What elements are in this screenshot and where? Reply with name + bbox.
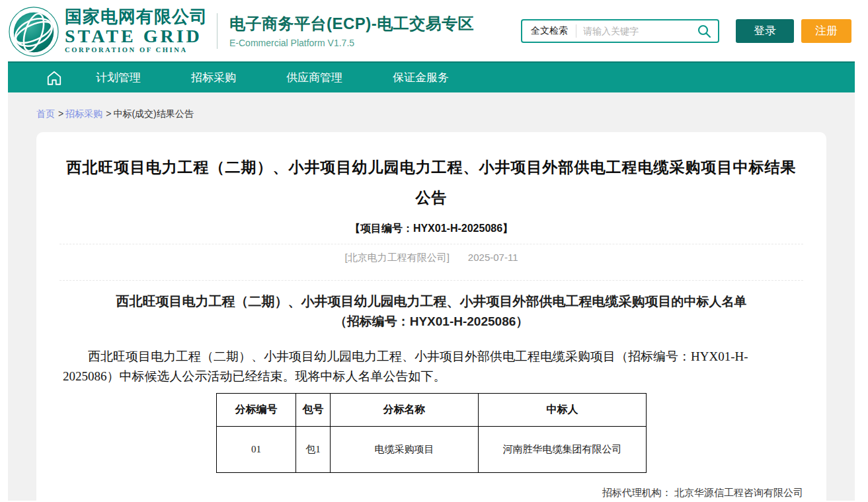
page: 国家电网有限公司 STATE GRID CORPORATION OF CHINA…: [0, 0, 868, 502]
breadcrumb-link-0[interactable]: 首页: [36, 108, 55, 119]
header-divider: [217, 13, 217, 49]
nav-items: 计划管理招标采购供应商管理保证金服务: [96, 70, 499, 85]
home-icon[interactable]: [36, 69, 73, 87]
content-area: 首页>招标采购>中标(成交)结果公告 西北旺项目电力工程（二期）、小井项目幼儿园…: [8, 92, 855, 501]
announcement-title: 西北旺项目电力工程（二期）、小井项目幼儿园电力工程、小井项目外部供电工程电缆采购…: [65, 152, 797, 213]
search-scope-label: 全文检索: [522, 25, 568, 37]
nav-item-3[interactable]: 保证金服务: [393, 70, 449, 85]
footer-info: 招标代理机构： 北京华源信工程咨询有限公司 招标人： 北京电力工程有限公司: [602, 484, 803, 502]
breadcrumb: 首页>招标采购>中标(成交)结果公告: [36, 107, 855, 120]
search-input[interactable]: [583, 26, 697, 36]
winner-list-subtitle: 西北旺项目电力工程（二期）、小井项目幼儿园电力工程、小井项目外部供电工程电缆采购…: [36, 292, 826, 331]
company-name-en: STATE GRID: [65, 26, 208, 46]
top-header: 国家电网有限公司 STATE GRID CORPORATION OF CHINA…: [8, 0, 855, 61]
search-box: 全文检索: [521, 19, 719, 43]
winner-table: 分标编号包号分标名称中标人01包1电缆采购项目河南胜华电缆集团有限公司: [216, 393, 647, 473]
publisher: [北京电力工程有限公司]: [345, 252, 450, 263]
subtitle-winner-label: 的中标人名单: [672, 295, 747, 308]
state-grid-logo-globe-icon: [8, 6, 59, 57]
subtitle-bid-number: （招标编号：HYX01-H-2025086）: [36, 312, 826, 331]
dashed-divider: [59, 280, 803, 281]
table-cell: 包1: [296, 427, 331, 473]
agency-line: 招标代理机构： 北京华源信工程咨询有限公司: [602, 484, 803, 501]
table-cell: 电缆采购项目: [331, 427, 479, 473]
announcement-body: 西北旺项目电力工程（二期）、小井项目幼儿园电力工程、小井项目外部供电工程电缆采购…: [63, 347, 803, 386]
agency-value: 北京华源信工程咨询有限公司: [674, 487, 803, 498]
publish-meta: [北京电力工程有限公司]2025-07-11: [36, 244, 826, 272]
company-name-en-sub: CORPORATION OF CHINA: [65, 46, 208, 54]
agency-label: 招标代理机构：: [602, 487, 672, 498]
login-button[interactable]: 登录: [736, 19, 794, 43]
breadcrumb-current: 中标(成交)结果公告: [113, 108, 193, 119]
table-cell: 河南胜华电缆集团有限公司: [479, 427, 647, 473]
breadcrumb-separator: >: [106, 108, 111, 119]
platform-subtitle: E-Commercial Platform V1.7.5: [229, 38, 474, 48]
table-header-cell: 分标名称: [331, 394, 479, 427]
announcement-card: 西北旺项目电力工程（二期）、小井项目幼儿园电力工程、小井项目外部供电工程电缆采购…: [36, 132, 826, 502]
table-header-cell: 包号: [296, 394, 331, 427]
platform-title: 电子商务平台(ECP)-电工交易专区: [229, 13, 474, 34]
search-icon[interactable]: [697, 24, 711, 38]
platform-block: 电子商务平台(ECP)-电工交易专区 E-Commercial Platform…: [229, 13, 474, 48]
nav-item-0[interactable]: 计划管理: [96, 70, 141, 85]
nav-item-1[interactable]: 招标采购: [191, 70, 236, 85]
register-button[interactable]: 注册: [801, 19, 851, 43]
company-name-cn: 国家电网有限公司: [65, 8, 208, 26]
subtitle-project-names: 西北旺项目电力工程（二期）、小井项目幼儿园电力工程、小井项目外部供电工程电缆采购…: [116, 294, 672, 308]
breadcrumb-separator: >: [58, 108, 63, 119]
breadcrumb-link-1[interactable]: 招标采购: [65, 108, 102, 119]
table-cell: 01: [217, 427, 296, 473]
table-header-cell: 分标编号: [217, 394, 296, 427]
publish-date: 2025-07-11: [468, 252, 518, 263]
table-row: 01包1电缆采购项目河南胜华电缆集团有限公司: [217, 427, 647, 473]
table-header-cell: 中标人: [479, 394, 647, 427]
project-number: 【项目编号：HYX01-H-2025086】: [36, 222, 826, 236]
nav-item-2[interactable]: 供应商管理: [286, 70, 342, 85]
search-divider: [576, 24, 576, 38]
brand: 国家电网有限公司 STATE GRID CORPORATION OF CHINA: [8, 5, 208, 57]
brand-text: 国家电网有限公司 STATE GRID CORPORATION OF CHINA: [65, 8, 208, 54]
main-nav: 计划管理招标采购供应商管理保证金服务: [8, 61, 855, 92]
